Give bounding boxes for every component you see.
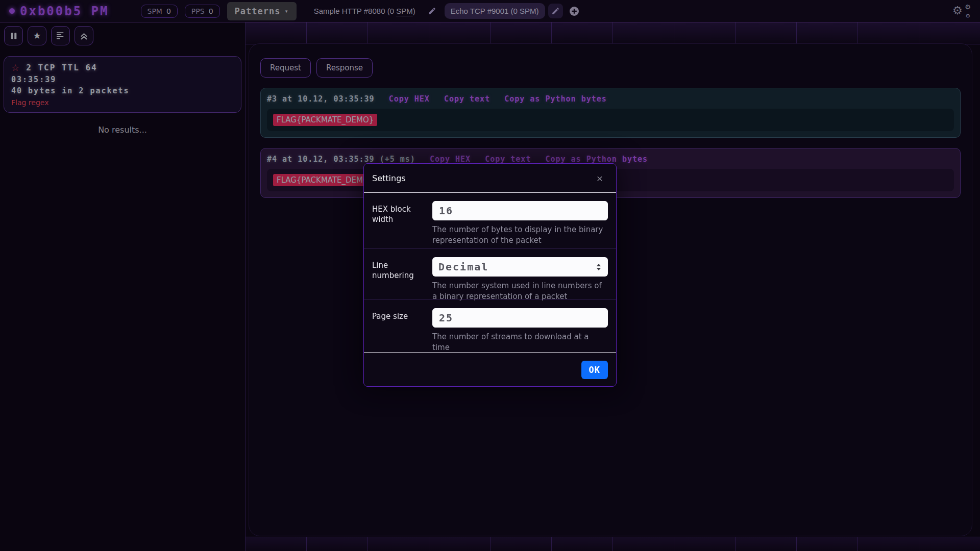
hex-block-width-input[interactable]: [432, 201, 608, 220]
close-icon[interactable]: ×: [594, 172, 606, 184]
modal-footer: OK: [364, 352, 616, 387]
line-numbering-select[interactable]: Decimal: [432, 257, 608, 277]
settings-modal: Settings × HEX block width The number of…: [363, 163, 617, 387]
ok-button[interactable]: OK: [581, 361, 608, 379]
modal-header: Settings ×: [364, 164, 616, 193]
hex-block-width-help: The number of bytes to display in the bi…: [432, 224, 608, 246]
select-caret-icon: [596, 263, 602, 271]
line-numbering-selected-value: Decimal: [438, 261, 488, 273]
line-numbering-help: The number system used in line numbers o…: [432, 281, 608, 303]
line-numbering-label: Line numbering: [372, 257, 421, 291]
line-numbering-row: Line numbering Decimal The number system…: [364, 249, 616, 300]
hex-block-width-label: HEX block width: [372, 201, 421, 240]
modal-title: Settings: [372, 173, 406, 183]
page-size-help: The number of streams to download at a t…: [432, 332, 608, 354]
hex-block-width-row: HEX block width The number of bytes to d…: [364, 193, 616, 249]
page-size-input[interactable]: [432, 308, 608, 328]
page-size-label: Page size: [372, 308, 421, 344]
page-size-row: Page size The number of streams to downl…: [364, 300, 616, 352]
